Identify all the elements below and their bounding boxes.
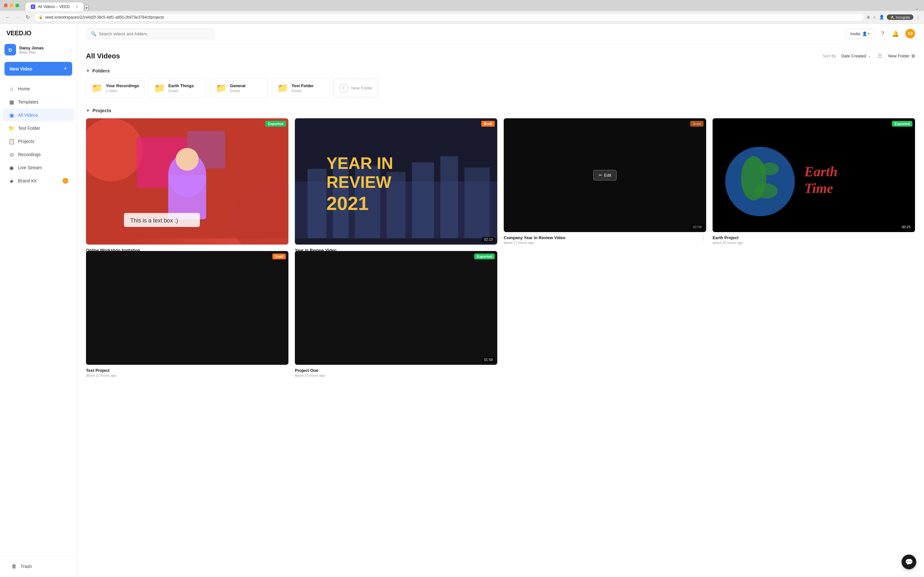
project-card-test-project[interactable]: Draft Test Project about 22 hours ago — [86, 251, 288, 377]
sidebar-item-trash[interactable]: 🗑 Trash — [5, 560, 71, 573]
sidebar-item-label: Live Stream — [18, 165, 42, 170]
folders-section-header: ▼ Folders — [86, 68, 915, 73]
svg-rect-16 — [412, 163, 434, 239]
page-header: All Videos Sort By Date Created ⌄ ☰ New … — [86, 52, 915, 60]
trash-icon: 🗑 — [11, 563, 17, 570]
project-card-year-review[interactable]: YEAR IN REVIEW 2021 Draft 02:13 Year in … — [295, 118, 497, 245]
project-meta: about 17 hours ago — [504, 241, 565, 245]
search-input[interactable] — [99, 31, 210, 36]
edit-label: Edit — [604, 173, 611, 177]
add-person-icon: 👤+ — [862, 31, 870, 36]
project-thumbnail: Draft 02:08 ✂ Edit — [504, 118, 706, 232]
svg-rect-31 — [295, 251, 497, 365]
sidebar-nav: ⌂ Home ▦ Templates ▣ All Videos 📁 Test F… — [0, 81, 77, 556]
folder-icon: 📁 — [154, 83, 165, 93]
user-info: Daisy Jonas Basic Plan — [19, 45, 66, 54]
sidebar-item-home[interactable]: ⌂ Home — [3, 82, 74, 95]
sidebar-item-templates[interactable]: ▦ Templates — [3, 95, 74, 108]
project-card-company-review[interactable]: Draft 02:08 ✂ Edit Company Ye — [504, 118, 706, 245]
svg-text:REVIEW: REVIEW — [326, 173, 392, 191]
invite-button[interactable]: Invite 👤+ — [845, 29, 875, 39]
project-card-project-one[interactable]: Exported 01:58 Project One about 23 hour… — [295, 251, 497, 377]
project-name: Project One — [295, 368, 497, 373]
browser-chrome: V All Videos – VEED ✕ + ⌄ ← → ↻ 🔒 veed.i… — [0, 0, 924, 24]
brand-kit-badge: + — [63, 178, 68, 184]
list-view-button[interactable]: ☰ — [876, 52, 883, 60]
folder-name: Your Recordings — [106, 83, 139, 88]
project-options-button[interactable]: ⋮ — [701, 235, 706, 242]
tab-close-icon[interactable]: ✕ — [75, 5, 78, 9]
all-videos-icon: ▣ — [8, 112, 15, 118]
edit-button-overlay[interactable]: ✂ Edit — [593, 170, 617, 181]
svg-text:2021: 2021 — [326, 193, 369, 214]
address-bar[interactable]: 🔒 veed.io/workspaces/22ce6d2f-38c5-4df1-… — [34, 13, 864, 21]
view-toggle: ☰ — [876, 52, 883, 60]
add-folder-label: New Folder — [351, 85, 373, 90]
svg-text:This is a text box :): This is a text box :) — [130, 218, 178, 224]
sidebar-item-all-videos[interactable]: ▣ All Videos — [3, 109, 74, 121]
folder-test-folder[interactable]: 📁 Test Folder Empty — [272, 79, 330, 97]
folder-name: Earth Things — [168, 83, 194, 88]
browser-menu-icon[interactable]: ⋮ — [916, 15, 920, 19]
top-actions: Invite 👤+ ? 🔔 A2 — [845, 29, 915, 39]
project-meta: about 23 hours ago — [295, 374, 497, 377]
help-icon[interactable]: ? — [880, 29, 885, 39]
maximize-window-btn[interactable] — [15, 3, 19, 7]
minimize-window-btn[interactable] — [10, 3, 13, 7]
page-actions: Sort By Date Created ⌄ ☰ New Folder ⊞ — [822, 52, 915, 60]
folder-icon: 📁 — [91, 83, 103, 93]
sidebar-item-live-stream[interactable]: ◉ Live Stream — [3, 161, 74, 174]
recordings-icon: ⊙ — [8, 151, 15, 158]
project-timestamp: about 22 hours ago — [86, 374, 116, 377]
chat-widget[interactable]: 💬 — [901, 554, 916, 569]
cast-icon[interactable]: ⊕ — [867, 15, 870, 19]
svg-rect-18 — [464, 168, 489, 239]
profile-icon[interactable]: 👤 — [879, 15, 884, 19]
chat-icon: 💬 — [905, 558, 913, 566]
folder-your-recordings[interactable]: 📁 Your Recordings 1 video — [86, 79, 145, 97]
projects-collapse-button[interactable]: ▼ — [86, 108, 90, 113]
folder-general[interactable]: 📁 General Empty — [210, 79, 268, 97]
project-thumbnail: This is a text box :) Exported — [86, 118, 288, 245]
tab-menu-icon[interactable]: ⌄ — [915, 6, 921, 11]
sidebar-item-label: Recordings — [18, 152, 41, 157]
forward-button[interactable]: → — [14, 13, 22, 21]
svg-text:Time: Time — [804, 181, 833, 196]
new-folder-button[interactable]: New Folder ⊞ — [888, 53, 915, 58]
add-folder-item[interactable]: + New Folder — [333, 79, 378, 97]
new-video-button[interactable]: New Video + — [5, 62, 72, 76]
new-folder-icon: ⊞ — [911, 53, 915, 58]
edit-overlay: ✂ Edit — [504, 118, 706, 232]
reload-button[interactable]: ↻ — [24, 13, 31, 21]
duration-badge: 02:13 — [482, 237, 495, 242]
search-box[interactable]: 🔍 — [86, 28, 214, 39]
project-card-online-workshop[interactable]: This is a text box :) Exported Online Wo… — [86, 118, 288, 245]
new-folder-label: New Folder — [888, 53, 909, 58]
new-tab-button[interactable]: + — [85, 5, 89, 11]
project-card-earth-project[interactable]: Earth Time Exported 00:25 Earth Project … — [712, 118, 915, 245]
sidebar-item-projects[interactable]: 📋 Projects — [3, 135, 74, 148]
sidebar-item-test-folder[interactable]: 📁 Test Folder — [3, 122, 74, 135]
sidebar-item-brand-kit[interactable]: ◈ Brand Kit + — [3, 174, 74, 187]
status-badge: Draft — [272, 253, 286, 259]
close-window-btn[interactable] — [4, 3, 8, 7]
top-user-avatar[interactable]: A2 — [905, 29, 915, 39]
folder-earth-things[interactable]: 📁 Earth Things Empty — [149, 79, 206, 97]
sort-by-dropdown[interactable]: Sort By Date Created ⌄ — [822, 53, 871, 58]
back-button[interactable]: ← — [4, 13, 11, 21]
notification-icon[interactable]: 🔔 — [891, 29, 900, 39]
user-section[interactable]: D Daisy Jonas Basic Plan ⌄ — [0, 41, 77, 59]
window-controls — [0, 1, 23, 10]
sidebar-item-recordings[interactable]: ⊙ Recordings — [3, 148, 74, 161]
browser-actions: ⊕ ☆ 👤 🕵 Incognito ⋮ — [867, 15, 920, 20]
folders-collapse-button[interactable]: ▼ — [86, 69, 90, 73]
browser-toolbar: ← → ↻ 🔒 veed.io/workspaces/22ce6d2f-38c5… — [0, 11, 924, 24]
sidebar-item-label: Home — [18, 86, 30, 91]
page-title: All Videos — [86, 52, 120, 60]
edit-scissors-icon: ✂ — [599, 173, 602, 177]
projects-section-header: ▼ Projects — [86, 108, 915, 113]
bookmark-icon[interactable]: ☆ — [873, 15, 877, 19]
active-tab[interactable]: V All Videos – VEED ✕ — [26, 3, 83, 11]
folder-name: General — [230, 83, 246, 88]
sidebar: VEED.IO D Daisy Jonas Basic Plan ⌄ New V… — [0, 24, 77, 577]
